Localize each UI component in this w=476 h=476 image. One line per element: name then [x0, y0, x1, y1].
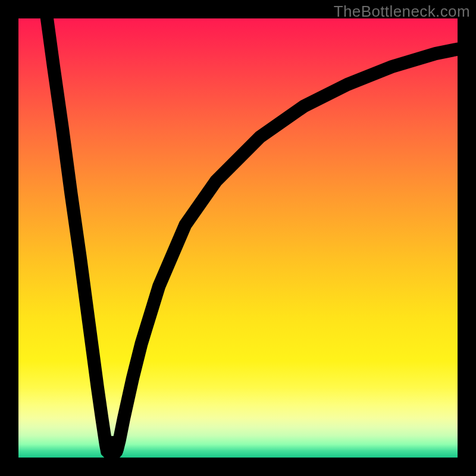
curve-right-branch: [115, 49, 458, 453]
plot-area: [18, 18, 458, 458]
chart-frame: TheBottleneck.com: [0, 0, 476, 476]
curve-left-branch: [47, 18, 109, 453]
curve-svg: [18, 18, 458, 458]
minimum-marker: [107, 443, 117, 452]
